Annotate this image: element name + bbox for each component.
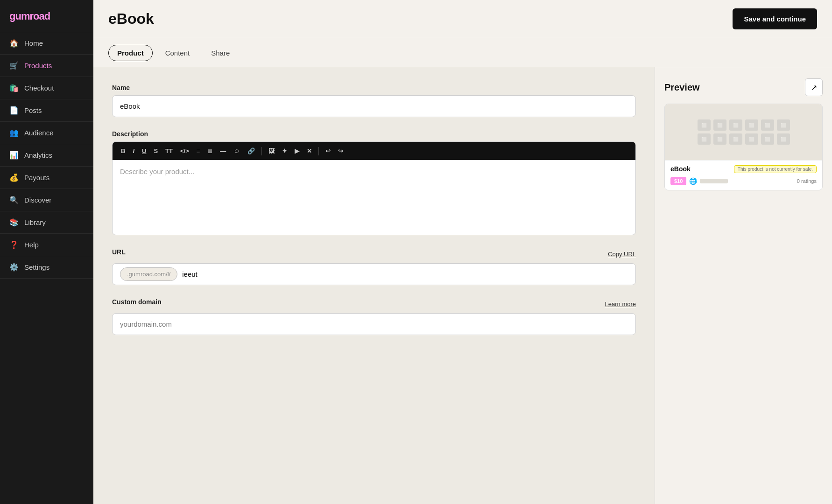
sidebar-label-checkout: Checkout	[24, 84, 54, 92]
description-input[interactable]: Describe your product...	[113, 160, 635, 235]
sidebar-item-audience[interactable]: 👥 Audience	[0, 122, 93, 144]
url-header: URL Copy URL	[112, 248, 636, 259]
toolbar-strikethrough[interactable]: S	[151, 146, 161, 156]
placeholder-5: ⬜	[761, 119, 774, 131]
products-icon: 🛒	[9, 61, 19, 70]
toolbar-title[interactable]: TT	[162, 146, 176, 156]
payouts-icon: 💰	[9, 173, 19, 182]
toolbar-emoji[interactable]: ☺	[231, 146, 242, 156]
tab-bar: Product Content Share	[93, 38, 832, 67]
placeholder-10: ⬜	[745, 133, 758, 145]
custom-domain-header: Custom domain Learn more	[112, 298, 636, 309]
custom-domain-label: Custom domain	[112, 298, 162, 306]
placeholder-7: ⬜	[698, 133, 711, 145]
expand-icon: ↗	[811, 83, 817, 92]
description-placeholder: Describe your product...	[120, 168, 194, 175]
tab-share[interactable]: Share	[202, 45, 239, 61]
toolbar-bold[interactable]: B	[118, 146, 128, 156]
toolbar-divider[interactable]: —	[217, 146, 229, 156]
sidebar-item-products[interactable]: 🛒 Products	[0, 55, 93, 77]
placeholder-9: ⬜	[729, 133, 742, 145]
name-field-group: Name	[112, 84, 636, 117]
placeholder-4: ⬜	[745, 119, 758, 131]
logo: gumroad	[0, 0, 93, 32]
sidebar-label-audience: Audience	[24, 129, 54, 137]
preview-header: Preview ↗	[664, 78, 823, 96]
library-icon: 📚	[9, 218, 19, 227]
toolbar-ai[interactable]: ✦	[279, 146, 290, 156]
toolbar-image[interactable]: 🖼	[266, 146, 277, 156]
placeholder-6: ⬜	[777, 119, 790, 131]
toolbar-undo[interactable]: ↩	[323, 146, 333, 156]
sidebar-label-help: Help	[24, 241, 39, 249]
sidebar-nav: 🏠 Home 🛒 Products 🛍️ Checkout 📄 Posts 👥 …	[0, 32, 93, 504]
name-label: Name	[112, 84, 636, 91]
globe-icon: 🌐	[689, 177, 697, 185]
form-panel: Name Description B I U S TT </> ≡ ≣	[93, 67, 655, 504]
save-continue-button[interactable]: Save and continue	[733, 8, 817, 29]
url-input-wrapper: .gumroad.com/l/	[112, 263, 636, 285]
sidebar-item-home[interactable]: 🏠 Home	[0, 32, 93, 55]
toolbar-link[interactable]: 🔗	[245, 146, 258, 156]
sidebar-label-payouts: Payouts	[24, 174, 49, 182]
checkout-icon: 🛍️	[9, 84, 19, 92]
help-icon: ❓	[9, 240, 19, 249]
sidebar-item-settings[interactable]: ⚙️ Settings	[0, 256, 93, 279]
toolbar-separator-2	[318, 147, 319, 155]
sidebar-item-library[interactable]: 📚 Library	[0, 211, 93, 234]
description-editor: B I U S TT </> ≡ ≣ — ☺ 🔗 🖼 ✦	[112, 141, 636, 235]
sidebar-item-payouts[interactable]: 💰 Payouts	[0, 167, 93, 189]
preview-ratings: 0 ratings	[797, 178, 817, 184]
settings-icon: ⚙️	[9, 263, 19, 272]
page-title: eBook	[108, 10, 154, 28]
sidebar-item-help[interactable]: ❓ Help	[0, 234, 93, 256]
preview-image-area: ⬜ ⬜ ⬜ ⬜ ⬜ ⬜ ⬜ ⬜ ⬜ ⬜ ⬜ ⬜	[665, 104, 822, 160]
sidebar-label-discover: Discover	[24, 196, 51, 204]
toolbar-clear[interactable]: ✕	[304, 146, 315, 156]
sidebar-item-discover[interactable]: 🔍 Discover	[0, 189, 93, 211]
preview-panel: Preview ↗ ⬜ ⬜ ⬜ ⬜ ⬜ ⬜ ⬜ ⬜	[655, 67, 832, 504]
description-label: Description	[112, 130, 636, 138]
placeholder-1: ⬜	[698, 119, 711, 131]
toolbar-separator	[261, 147, 262, 155]
custom-domain-field-group: Custom domain Learn more	[112, 298, 636, 335]
home-icon: 🏠	[9, 39, 19, 48]
toolbar-redo[interactable]: ↪	[335, 146, 346, 156]
toolbar-video[interactable]: ▶	[292, 146, 302, 156]
url-slug-input[interactable]	[177, 266, 628, 282]
tab-content[interactable]: Content	[156, 45, 199, 61]
page-header: eBook Save and continue	[93, 0, 832, 38]
placeholder-8: ⬜	[713, 133, 726, 145]
copy-url-link[interactable]: Copy URL	[608, 251, 636, 258]
toolbar-code[interactable]: </>	[177, 146, 192, 156]
preview-card: ⬜ ⬜ ⬜ ⬜ ⬜ ⬜ ⬜ ⬜ ⬜ ⬜ ⬜ ⬜	[664, 104, 823, 190]
name-input[interactable]	[112, 95, 636, 117]
custom-domain-input[interactable]	[112, 313, 636, 335]
preview-expand-button[interactable]: ↗	[805, 78, 823, 96]
main-content: eBook Save and continue Product Content …	[93, 0, 832, 504]
preview-card-bottom: $10 🌐 0 ratings	[670, 177, 817, 185]
url-prefix: .gumroad.com/l/	[120, 267, 177, 281]
sidebar-item-posts[interactable]: 📄 Posts	[0, 99, 93, 122]
toolbar-italic[interactable]: I	[130, 146, 137, 156]
editor-toolbar: B I U S TT </> ≡ ≣ — ☺ 🔗 🖼 ✦	[113, 142, 635, 160]
sidebar-label-products: Products	[24, 62, 52, 70]
preview-image-grid: ⬜ ⬜ ⬜ ⬜ ⬜ ⬜ ⬜ ⬜ ⬜ ⬜ ⬜ ⬜	[693, 115, 795, 149]
sidebar-label-library: Library	[24, 218, 46, 226]
toolbar-bullet-list[interactable]: ≡	[194, 146, 203, 156]
toolbar-ordered-list[interactable]: ≣	[204, 146, 215, 156]
learn-more-link[interactable]: Learn more	[605, 301, 636, 308]
content-area: Name Description B I U S TT </> ≡ ≣	[93, 67, 832, 504]
placeholder-11: ⬜	[761, 133, 774, 145]
preview-not-for-sale-badge: This product is not currently for sale.	[734, 165, 817, 173]
tab-product[interactable]: Product	[108, 45, 153, 61]
preview-card-body: eBook This product is not currently for …	[665, 160, 822, 190]
sidebar-label-posts: Posts	[24, 106, 42, 114]
sidebar: gumroad 🏠 Home 🛒 Products 🛍️ Checkout 📄 …	[0, 0, 93, 504]
discover-icon: 🔍	[9, 196, 19, 204]
sidebar-item-analytics[interactable]: 📊 Analytics	[0, 144, 93, 167]
toolbar-underline[interactable]: U	[139, 146, 149, 156]
audience-icon: 👥	[9, 128, 19, 137]
placeholder-3: ⬜	[729, 119, 742, 131]
sidebar-item-checkout[interactable]: 🛍️ Checkout	[0, 77, 93, 99]
